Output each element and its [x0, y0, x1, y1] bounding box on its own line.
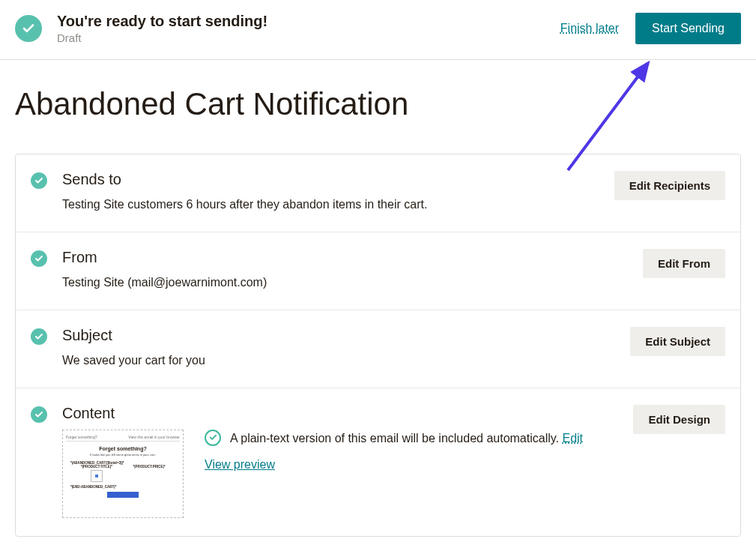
row-heading: From — [62, 249, 631, 266]
row-subject: Subject We saved your cart for you Edit … — [16, 310, 740, 388]
edit-plaintext-link[interactable]: Edit — [562, 432, 583, 445]
row-content: Content Forget something? View this emai… — [16, 388, 740, 536]
email-thumbnail[interactable]: Forget something? View this email in you… — [62, 430, 184, 518]
row-body: Sends to Testing Site customers 6 hours … — [47, 171, 614, 214]
thumb-cta — [107, 492, 139, 498]
thumb-tag-end: *|END:ABANDONED_CART|* — [66, 484, 180, 489]
row-description: Testing Site (mail@joewarnimont.com) — [62, 274, 631, 292]
row-description: Testing Site customers 6 hours after the… — [62, 196, 602, 214]
header-status: Draft — [57, 31, 267, 46]
row-body: Subject We saved your cart for you — [47, 327, 630, 370]
thumb-product-price: *|PRODUCT:PRICE|* — [123, 465, 175, 469]
plaintext-note-text: A plain-text version of this email will … — [230, 432, 562, 445]
header-left: You're ready to start sending! Draft — [15, 11, 267, 46]
check-icon — [31, 172, 47, 189]
thumb-sub: It looks like you left some great items … — [69, 453, 177, 457]
thumb-product-title: *|PRODUCT:TITLE|* — [70, 465, 123, 469]
row-body: Content Forget something? View this emai… — [47, 405, 633, 518]
check-icon — [31, 328, 47, 345]
finish-later-link[interactable]: Finish later — [560, 22, 619, 35]
edit-subject-button[interactable]: Edit Subject — [630, 327, 725, 356]
config-panel: Sends to Testing Site customers 6 hours … — [15, 154, 741, 537]
check-icon — [31, 250, 47, 267]
view-preview-link[interactable]: View preview — [205, 458, 275, 471]
row-heading: Content — [62, 405, 621, 422]
row-heading: Sends to — [62, 171, 602, 188]
row-from: From Testing Site (mail@joewarnimont.com… — [16, 232, 740, 310]
content-info: A plain-text version of this email will … — [205, 430, 621, 518]
thumb-heading: Forget something? — [69, 446, 177, 451]
header-text: You're ready to start sending! Draft — [57, 11, 267, 46]
check-outline-icon — [205, 430, 221, 446]
header-actions: Finish later Start Sending — [560, 13, 741, 44]
edit-recipients-button[interactable]: Edit Recipients — [614, 171, 725, 200]
header-bar: You're ready to start sending! Draft Fin… — [0, 0, 756, 60]
edit-from-button[interactable]: Edit From — [643, 249, 725, 278]
row-body: From Testing Site (mail@joewarnimont.com… — [47, 249, 643, 292]
edit-design-button[interactable]: Edit Design — [633, 405, 725, 434]
thumb-top-left: Forget something? — [66, 435, 97, 439]
ready-check-icon — [15, 15, 42, 42]
row-heading: Subject — [62, 327, 618, 344]
start-sending-button[interactable]: Start Sending — [635, 13, 741, 44]
thumb-top-right: View this email in your browser — [128, 435, 180, 439]
header-title: You're ready to start sending! — [57, 11, 267, 31]
row-sends-to: Sends to Testing Site customers 6 hours … — [16, 154, 740, 232]
plaintext-note: A plain-text version of this email will … — [230, 430, 583, 448]
check-icon — [31, 406, 47, 423]
page-title: Abandoned Cart Notification — [0, 60, 756, 154]
row-description: We saved your cart for you — [62, 352, 618, 370]
